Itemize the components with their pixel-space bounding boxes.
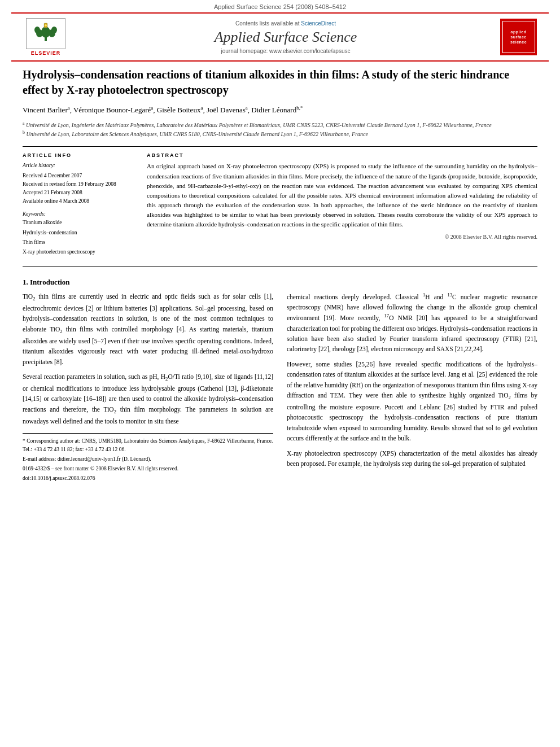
svg-point-7 — [45, 24, 47, 27]
svg-point-4 — [34, 27, 40, 33]
intro-para-2: Several reaction parameters in solution,… — [23, 372, 273, 426]
journal-header: ELSEVIER Contents lists available at Sci… — [11, 12, 549, 62]
intro-para-4: However, some studies [25,26] have revea… — [287, 359, 537, 444]
logo-box — [26, 18, 65, 49]
body-col-left: TiO2 thin films are currently used in el… — [23, 291, 273, 484]
keyword-1: Titanium alkoxide — [23, 218, 135, 228]
affiliations: a Université de Lyon, Ingénierie des Mat… — [23, 120, 537, 139]
abstract-title: ABSTRACT — [147, 152, 537, 158]
article-info-col: ARTICLE INFO Article history: Received 4… — [23, 152, 135, 256]
history-heading: Article history: — [23, 161, 135, 170]
journal-ref-text: Applied Surface Science 254 (2008) 5408–… — [214, 3, 346, 10]
footnote-3: 0169-4332/$ – see front matter © 2008 El… — [23, 465, 273, 473]
body-text-right: chemical reactions deeply developed. Cla… — [287, 291, 537, 469]
keywords-section: Keywords: Titanium alkoxide Hydrolysis–c… — [23, 211, 135, 256]
affiliation-b: b Université de Lyon, Laboratoire des Sc… — [23, 129, 537, 138]
keyword-2: Hydrolysis–condensation — [23, 228, 135, 238]
body-text-left: TiO2 thin films are currently used in el… — [23, 291, 273, 427]
footnote-1: * Corresponding author at: CNRS, UMR5180… — [23, 437, 273, 453]
accepted-date: Accepted 21 February 2008 — [23, 189, 135, 197]
elsevier-tree-icon — [32, 21, 60, 42]
received-date: Received 4 December 2007 — [23, 172, 135, 180]
affiliation-a: a Université de Lyon, Ingénierie des Mat… — [23, 120, 537, 129]
keywords-heading: Keywords: — [23, 211, 135, 217]
received-revised-date: Received in revised form 19 February 200… — [23, 180, 135, 189]
section-divider-mid — [23, 266, 537, 267]
intro-para-3: chemical reactions deeply developed. Cla… — [287, 291, 537, 355]
paper-content: Hydrolysis–condensation reactions of tit… — [0, 62, 560, 496]
footnote-4: doi:10.1016/j.apsusc.2008.02.076 — [23, 474, 273, 482]
sciencedirect-line: Contents lists available at ScienceDirec… — [77, 20, 495, 27]
homepage-line: journal homepage: www.elsevier.com/locat… — [77, 48, 495, 54]
keyword-4: X-ray photoelectron spectroscopy — [23, 247, 135, 257]
svg-point-5 — [51, 27, 57, 33]
sciencedirect-link[interactable]: ScienceDirect — [301, 20, 336, 27]
sciencedirect-prefix: Contents lists available at — [235, 20, 299, 27]
footnote-2: E-mail address: didier.leonard@univ-lyon… — [23, 455, 273, 463]
paper-title: Hydrolysis–condensation reactions of tit… — [23, 67, 537, 98]
article-info-abstract: ARTICLE INFO Article history: Received 4… — [23, 152, 537, 256]
introduction-section: 1. Introduction TiO2 thin films are curr… — [23, 278, 537, 484]
journal-reference: Applied Surface Science 254 (2008) 5408–… — [0, 0, 560, 12]
abstract-text: An original approach based on X-ray phot… — [147, 161, 537, 229]
body-columns: TiO2 thin films are currently used in el… — [23, 291, 537, 484]
footnotes: * Corresponding author at: CNRS, UMR5180… — [23, 433, 273, 482]
elsevier-logo: ELSEVIER — [20, 18, 71, 56]
paper-authors: Vincent Barliera, Véronique Bounor-Legar… — [23, 104, 537, 116]
corner-box-inner: appliedsurfacescience — [502, 21, 535, 53]
article-history: Article history: Received 4 December 200… — [23, 161, 135, 206]
intro-heading: 1. Introduction — [23, 278, 537, 287]
corner-logo: appliedsurfacescience — [500, 19, 540, 55]
section-divider-top — [23, 146, 537, 147]
keywords-list: Titanium alkoxide Hydrolysis–condensatio… — [23, 218, 135, 256]
keyword-3: Thin films — [23, 238, 135, 247]
journal-center: Contents lists available at ScienceDirec… — [71, 20, 500, 54]
elsevier-label: ELSEVIER — [31, 50, 61, 56]
article-info-title: ARTICLE INFO — [23, 152, 135, 158]
abstract-col: ABSTRACT An original approach based on X… — [147, 152, 537, 256]
corner-title-text: appliedsurfacescience — [510, 29, 527, 45]
available-date: Available online 4 March 2008 — [23, 197, 135, 206]
journal-title: Applied Surface Science — [77, 29, 495, 46]
body-col-right: chemical reactions deeply developed. Cla… — [287, 291, 537, 484]
copyright-line: © 2008 Elsevier B.V. All rights reserved… — [147, 234, 537, 240]
corner-box: appliedsurfacescience — [500, 19, 537, 55]
intro-para-1: TiO2 thin films are currently used in el… — [23, 291, 273, 367]
intro-para-5: X-ray photoelectron spectroscopy (XPS) c… — [287, 448, 537, 469]
